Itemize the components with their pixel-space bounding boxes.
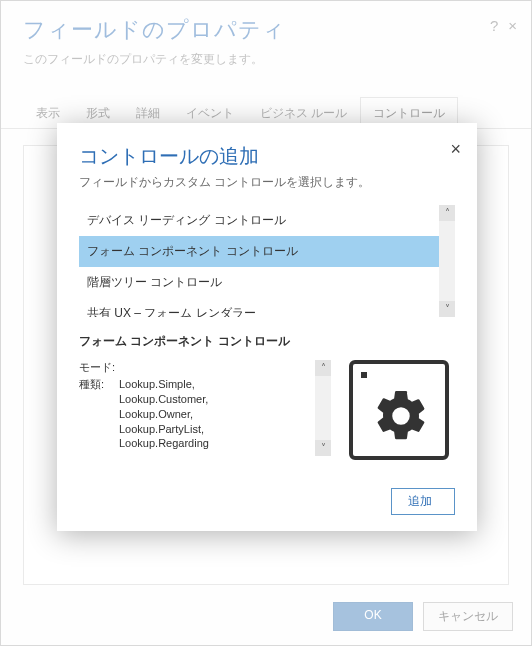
kind-values: Lookup.Simple, Lookup.Customer, Lookup.O… [119, 377, 209, 451]
kind-value: Lookup.Customer, [119, 392, 209, 407]
control-item-tree[interactable]: 階層ツリー コントロール [79, 267, 439, 298]
modal-title: コントロールの追加 [79, 143, 455, 170]
control-list-scrollbar[interactable]: ˄ ˅ [439, 205, 455, 317]
control-item-device-reading[interactable]: デバイス リーディング コントロール [79, 205, 439, 236]
kind-value: Lookup.Regarding [119, 436, 209, 451]
detail-scrollbar[interactable]: ˄ ˅ [315, 360, 331, 456]
detail-body: モード: 種類: Lookup.Simple, Lookup.Customer,… [79, 360, 455, 460]
modal-footer: 追加 [79, 488, 455, 515]
detail-heading: フォーム コンポーネント コントロール [79, 333, 455, 350]
scroll-up-icon[interactable]: ˄ [439, 205, 455, 221]
preview-tile [349, 360, 449, 460]
detail-preview [343, 360, 455, 460]
mode-label: モード: [79, 360, 119, 375]
scroll-down-icon[interactable]: ˅ [315, 440, 331, 456]
scroll-down-icon[interactable]: ˅ [439, 301, 455, 317]
detail-left: モード: 種類: Lookup.Simple, Lookup.Customer,… [79, 360, 331, 460]
kind-value: Lookup.Simple, [119, 377, 209, 392]
field-properties-dialog: フィールドのプロパティ このフィールドのプロパティを変更します。 ? × 表示 … [0, 0, 532, 646]
control-item-shared-ux[interactable]: 共有 UX – フォーム レンダラー [79, 298, 439, 317]
control-item-form-component[interactable]: フォーム コンポーネント コントロール [79, 236, 439, 267]
modal-subtitle: フィールドからカスタム コントロールを選択します。 [79, 174, 455, 191]
modal-close-icon[interactable]: × [450, 139, 461, 160]
add-control-modal: × コントロールの追加 フィールドからカスタム コントロールを選択します。 デバ… [57, 123, 477, 531]
kind-label: 種類: [79, 377, 119, 451]
kind-value: Lookup.PartyList, [119, 422, 209, 437]
scroll-up-icon[interactable]: ˄ [315, 360, 331, 376]
control-list: デバイス リーディング コントロール フォーム コンポーネント コントロール 階… [79, 205, 455, 317]
gear-icon [371, 386, 431, 446]
kind-value: Lookup.Owner, [119, 407, 209, 422]
detail-text: モード: 種類: Lookup.Simple, Lookup.Customer,… [79, 360, 315, 460]
control-list-inner: デバイス リーディング コントロール フォーム コンポーネント コントロール 階… [79, 205, 455, 317]
add-button[interactable]: 追加 [391, 488, 455, 515]
